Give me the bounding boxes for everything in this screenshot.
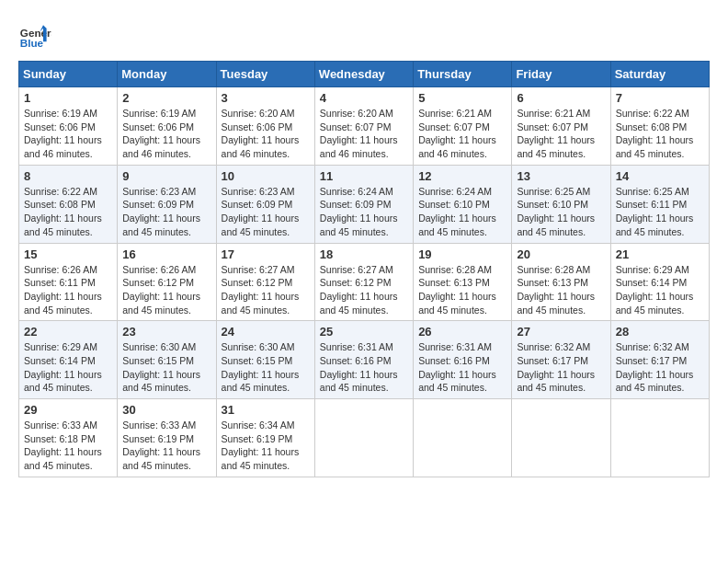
calendar-cell: 10 Sunrise: 6:23 AMSunset: 6:09 PMDaylig…: [216, 165, 314, 243]
calendar-cell: 23 Sunrise: 6:30 AMSunset: 6:15 PMDaylig…: [118, 321, 216, 399]
calendar-cell: 16 Sunrise: 6:26 AMSunset: 6:12 PMDaylig…: [118, 243, 216, 321]
calendar-cell: [610, 399, 709, 477]
calendar-cell: 11 Sunrise: 6:24 AMSunset: 6:09 PMDaylig…: [314, 165, 413, 243]
day-number: 28: [616, 325, 704, 339]
calendar-cell: 24 Sunrise: 6:30 AMSunset: 6:15 PMDaylig…: [216, 321, 314, 399]
day-info: Sunrise: 6:31 AMSunset: 6:16 PMDaylight:…: [418, 340, 506, 395]
header-saturday: Saturday: [610, 62, 709, 87]
header-tuesday: Tuesday: [216, 62, 314, 87]
calendar-week-5: 29 Sunrise: 6:33 AMSunset: 6:18 PMDaylig…: [19, 399, 710, 477]
day-number: 26: [418, 325, 506, 339]
day-number: 17: [222, 247, 310, 261]
header-wednesday: Wednesday: [314, 62, 413, 87]
day-info: Sunrise: 6:28 AMSunset: 6:13 PMDaylight:…: [418, 263, 506, 317]
day-number: 23: [122, 325, 210, 339]
day-info: Sunrise: 6:34 AMSunset: 6:19 PMDaylight:…: [222, 419, 310, 473]
day-info: Sunrise: 6:22 AMSunset: 6:08 PMDaylight:…: [616, 107, 704, 161]
day-number: 22: [24, 325, 112, 339]
day-info: Sunrise: 6:24 AMSunset: 6:10 PMDaylight:…: [418, 185, 506, 239]
day-info: Sunrise: 6:22 AMSunset: 6:08 PMDaylight:…: [24, 185, 112, 239]
day-info: Sunrise: 6:30 AMSunset: 6:15 PMDaylight:…: [122, 340, 210, 395]
day-info: Sunrise: 6:24 AMSunset: 6:09 PMDaylight:…: [320, 185, 408, 239]
day-info: Sunrise: 6:25 AMSunset: 6:11 PMDaylight:…: [616, 185, 704, 239]
calendar-week-4: 22 Sunrise: 6:29 AMSunset: 6:14 PMDaylig…: [19, 321, 710, 399]
day-number: 25: [320, 325, 408, 339]
day-info: Sunrise: 6:33 AMSunset: 6:19 PMDaylight:…: [122, 419, 210, 473]
calendar-cell: 4 Sunrise: 6:20 AMSunset: 6:07 PMDayligh…: [314, 87, 413, 166]
day-info: Sunrise: 6:26 AMSunset: 6:12 PMDaylight:…: [122, 263, 210, 317]
calendar-cell: 28 Sunrise: 6:32 AMSunset: 6:17 PMDaylig…: [610, 321, 709, 399]
calendar-cell: 20 Sunrise: 6:28 AMSunset: 6:13 PMDaylig…: [512, 243, 610, 321]
day-info: Sunrise: 6:27 AMSunset: 6:12 PMDaylight:…: [320, 263, 408, 317]
day-number: 7: [616, 91, 704, 105]
calendar-header-row: SundayMondayTuesdayWednesdayThursdayFrid…: [19, 62, 710, 87]
day-number: 16: [122, 247, 210, 261]
day-info: Sunrise: 6:25 AMSunset: 6:10 PMDaylight:…: [517, 185, 605, 239]
calendar-cell: 30 Sunrise: 6:33 AMSunset: 6:19 PMDaylig…: [118, 399, 216, 477]
day-info: Sunrise: 6:29 AMSunset: 6:14 PMDaylight:…: [24, 340, 112, 395]
day-number: 21: [616, 247, 704, 261]
day-number: 4: [320, 91, 408, 105]
day-number: 13: [517, 169, 605, 183]
day-info: Sunrise: 6:32 AMSunset: 6:17 PMDaylight:…: [616, 340, 704, 395]
day-number: 1: [24, 91, 112, 105]
calendar-cell: 31 Sunrise: 6:34 AMSunset: 6:19 PMDaylig…: [216, 399, 314, 477]
day-number: 30: [122, 403, 210, 417]
day-info: Sunrise: 6:32 AMSunset: 6:17 PMDaylight:…: [517, 340, 605, 395]
calendar-cell: 29 Sunrise: 6:33 AMSunset: 6:18 PMDaylig…: [19, 399, 118, 477]
day-number: 6: [517, 91, 605, 105]
header-monday: Monday: [118, 62, 216, 87]
logo-icon: General Blue: [18, 18, 51, 52]
day-info: Sunrise: 6:26 AMSunset: 6:11 PMDaylight:…: [24, 263, 112, 317]
calendar-cell: 8 Sunrise: 6:22 AMSunset: 6:08 PMDayligh…: [19, 165, 118, 243]
header-sunday: Sunday: [19, 62, 118, 87]
header-friday: Friday: [512, 62, 610, 87]
day-info: Sunrise: 6:30 AMSunset: 6:15 PMDaylight:…: [222, 340, 310, 395]
day-info: Sunrise: 6:23 AMSunset: 6:09 PMDaylight:…: [222, 185, 310, 239]
day-number: 29: [24, 403, 112, 417]
day-number: 14: [616, 169, 704, 183]
day-info: Sunrise: 6:29 AMSunset: 6:14 PMDaylight:…: [616, 263, 704, 317]
day-number: 2: [122, 91, 210, 105]
day-info: Sunrise: 6:28 AMSunset: 6:13 PMDaylight:…: [517, 263, 605, 317]
calendar-cell: 21 Sunrise: 6:29 AMSunset: 6:14 PMDaylig…: [610, 243, 709, 321]
calendar-cell: 17 Sunrise: 6:27 AMSunset: 6:12 PMDaylig…: [216, 243, 314, 321]
header-thursday: Thursday: [414, 62, 512, 87]
day-info: Sunrise: 6:23 AMSunset: 6:09 PMDaylight:…: [122, 185, 210, 239]
calendar-cell: 2 Sunrise: 6:19 AMSunset: 6:06 PMDayligh…: [118, 87, 216, 166]
day-number: 20: [517, 247, 605, 261]
day-info: Sunrise: 6:19 AMSunset: 6:06 PMDaylight:…: [24, 107, 112, 161]
calendar-cell: 9 Sunrise: 6:23 AMSunset: 6:09 PMDayligh…: [118, 165, 216, 243]
calendar-cell: 12 Sunrise: 6:24 AMSunset: 6:10 PMDaylig…: [414, 165, 512, 243]
svg-text:Blue: Blue: [20, 37, 44, 49]
day-number: 8: [24, 169, 112, 183]
day-number: 12: [418, 169, 506, 183]
day-number: 10: [222, 169, 310, 183]
day-number: 18: [320, 247, 408, 261]
calendar-cell: [414, 399, 512, 477]
calendar-cell: 3 Sunrise: 6:20 AMSunset: 6:06 PMDayligh…: [216, 87, 314, 166]
calendar-cell: 5 Sunrise: 6:21 AMSunset: 6:07 PMDayligh…: [414, 87, 512, 166]
logo: General Blue: [18, 18, 51, 52]
day-number: 9: [122, 169, 210, 183]
day-info: Sunrise: 6:21 AMSunset: 6:07 PMDaylight:…: [517, 107, 605, 161]
day-number: 24: [222, 325, 310, 339]
day-info: Sunrise: 6:20 AMSunset: 6:06 PMDaylight:…: [222, 107, 310, 161]
calendar-cell: 7 Sunrise: 6:22 AMSunset: 6:08 PMDayligh…: [610, 87, 709, 166]
day-info: Sunrise: 6:27 AMSunset: 6:12 PMDaylight:…: [222, 263, 310, 317]
calendar-cell: 14 Sunrise: 6:25 AMSunset: 6:11 PMDaylig…: [610, 165, 709, 243]
calendar-cell: 18 Sunrise: 6:27 AMSunset: 6:12 PMDaylig…: [314, 243, 413, 321]
calendar-cell: 25 Sunrise: 6:31 AMSunset: 6:16 PMDaylig…: [314, 321, 413, 399]
day-number: 5: [418, 91, 506, 105]
day-number: 15: [24, 247, 112, 261]
calendar: SundayMondayTuesdayWednesdayThursdayFrid…: [18, 61, 710, 477]
day-number: 3: [222, 91, 310, 105]
calendar-cell: 6 Sunrise: 6:21 AMSunset: 6:07 PMDayligh…: [512, 87, 610, 166]
day-info: Sunrise: 6:19 AMSunset: 6:06 PMDaylight:…: [122, 107, 210, 161]
calendar-cell: 1 Sunrise: 6:19 AMSunset: 6:06 PMDayligh…: [19, 87, 118, 166]
day-number: 27: [517, 325, 605, 339]
day-info: Sunrise: 6:21 AMSunset: 6:07 PMDaylight:…: [418, 107, 506, 161]
calendar-cell: 22 Sunrise: 6:29 AMSunset: 6:14 PMDaylig…: [19, 321, 118, 399]
day-number: 31: [222, 403, 310, 417]
calendar-week-1: 1 Sunrise: 6:19 AMSunset: 6:06 PMDayligh…: [19, 87, 710, 166]
